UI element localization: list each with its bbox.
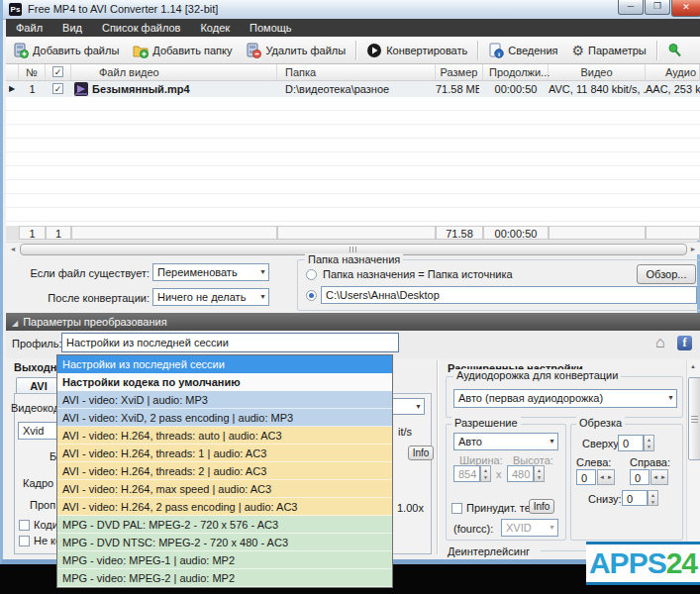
fourcc-checkbox[interactable] [451, 503, 462, 514]
dropdown-item[interactable]: AVI - video: XviD | audio: MP3 [57, 391, 392, 409]
column-audio[interactable]: Аудио [646, 64, 700, 80]
column-num[interactable]: № [19, 64, 46, 80]
advanced-panel-scrollbar[interactable]: ▲ [686, 360, 700, 554]
crop-top-input[interactable]: 0 [618, 435, 644, 451]
crop-left-input[interactable]: 0 [576, 469, 596, 485]
width-input[interactable]: 854 [453, 465, 480, 482]
info-button[interactable]: i Сведения [481, 40, 564, 61]
dropdown-item[interactable]: Настройки кодека по умолчанию [57, 373, 392, 391]
column-duration[interactable]: Продолжи... [483, 64, 549, 80]
if-exists-select[interactable]: Переименовать ▼ [152, 263, 269, 281]
no-encode-checkbox[interactable] [19, 536, 30, 546]
crop-top-label: Сверху: [582, 438, 622, 449]
close-icon: ✕ [682, 2, 690, 12]
dropdown-item[interactable]: AVI - video: H.264, threads: 1 | audio: … [57, 445, 392, 462]
total-folder-cell [277, 226, 436, 240]
step-right-icon: ► [659, 470, 667, 484]
conversion-params-title: Параметры преобразования [23, 316, 166, 328]
aspect-label: Проп [30, 499, 55, 511]
tab-avi[interactable]: AVI [16, 377, 61, 394]
if-exists-label: Если файл существует: [11, 267, 150, 279]
crop-bottom-input[interactable]: 0 [622, 490, 648, 506]
chevron-down-icon: ▼ [415, 399, 422, 415]
add-folder-button[interactable]: Добавить папку [126, 40, 239, 61]
fourcc-label: (fourcc): [453, 523, 493, 535]
row-checkbox[interactable]: ✓ [52, 83, 63, 94]
scroll-right-icon[interactable]: ► [687, 244, 699, 254]
crop-top-stepper[interactable]: ▲▼ [644, 435, 654, 451]
column-file[interactable]: Файл видео [71, 64, 277, 80]
menu-codec[interactable]: Кодек [190, 19, 240, 37]
remove-files-button[interactable]: Удалить файлы [239, 40, 352, 61]
height-stepper[interactable]: ▲▼ [534, 465, 545, 482]
audio-track-select[interactable]: Авто (первая аудиодорожка) ▼ [453, 389, 677, 408]
menu-file[interactable]: Файл [6, 19, 52, 37]
minimize-button[interactable]: ─ [618, 0, 644, 15]
crop-group-label: Обрезка [576, 417, 625, 429]
convert-icon [366, 43, 382, 58]
toolbar: Добавить файлы Добавить папку Удалить фа… [6, 37, 700, 64]
column-folder[interactable]: Папка [277, 64, 436, 80]
close-button[interactable]: ✕ [671, 0, 700, 17]
crop-right-input[interactable]: 0 [630, 469, 650, 485]
crop-bottom-stepper[interactable]: ▲▼ [648, 490, 658, 506]
menu-file-list[interactable]: Список файлов [92, 19, 190, 37]
column-size[interactable]: Размер [436, 64, 483, 80]
table-row[interactable]: ▶ 1 ✓ Безымянный.mp4 D:\видеотека\разное… [6, 81, 700, 97]
scroll-up-icon[interactable]: ▲ [690, 363, 696, 369]
facebook-icon[interactable]: f [677, 336, 692, 350]
apps24-watermark: APPS24 [586, 542, 700, 585]
height-input[interactable]: 480 [507, 465, 534, 482]
dropdown-item[interactable]: MPG - video: MPEG-1 | audio: MP2 [57, 551, 392, 569]
dropdown-item[interactable]: AVI - video: H.264, threads: auto | audi… [57, 427, 392, 445]
fourcc-info-button[interactable]: Info [529, 499, 554, 514]
dropdown-item[interactable]: AVI - video: H.264, threads: 2 | audio: … [57, 462, 392, 480]
two-pass-checkbox[interactable] [19, 520, 30, 531]
dropdown-item[interactable]: Настройки из последней сессии [57, 355, 392, 373]
bitrate-info-button[interactable]: Info [408, 446, 434, 460]
convert-button[interactable]: Конвертировать [359, 40, 474, 61]
dropdown-item[interactable]: AVI - video: H.264, 2 pass encoding | au… [57, 498, 392, 516]
dropdown-item[interactable]: AVI - video: H.264, max speed | audio: A… [57, 480, 392, 498]
fourcc-checkbox-label: Принудит. тег [466, 502, 535, 514]
dropdown-item[interactable]: MPG - DVD NTSC: MPEG-2 - 720 x 480 - AC3 [57, 534, 392, 551]
dest-custom-radio[interactable] [306, 290, 317, 301]
resolution-select[interactable]: Авто ▼ [453, 433, 558, 450]
width-stepper[interactable]: ▲▼ [480, 465, 491, 482]
crop-right-stepper[interactable]: ◄► [650, 469, 668, 485]
resolution-value: Авто [458, 436, 482, 447]
after-convert-select[interactable]: Ничего не делать ▼ [152, 288, 269, 306]
options-label: Параметры [588, 45, 647, 56]
remove-files-label: Удалить файлы [265, 45, 346, 56]
title-bar[interactable]: Ps Free MP4 to AVI Converter 1.14 [32-bi… [3, 0, 700, 20]
profile-select[interactable]: Настройки из последней сессии ▼ [61, 333, 399, 352]
pin-button[interactable] [660, 40, 689, 60]
fourcc-select[interactable]: XVID ▼ [501, 519, 558, 537]
browse-button[interactable]: Обзор... [637, 264, 696, 284]
current-row-marker-icon: ▶ [9, 81, 19, 97]
add-files-button[interactable]: Добавить файлы [6, 40, 126, 61]
options-button[interactable]: ⚙ Параметры [565, 41, 653, 60]
dest-path-input[interactable]: C:\Users\Анна\Desktop [321, 286, 697, 304]
file-table-empty-area[interactable] [6, 97, 700, 226]
crop-left-stepper[interactable]: ◄► [597, 469, 615, 485]
column-check[interactable]: ✓ [46, 64, 71, 80]
select-all-checkbox[interactable]: ✓ [52, 66, 63, 77]
dropdown-item[interactable]: MPG - video: MPEG-2 | audio: MP2 [57, 569, 392, 587]
dest-same-as-source-radio[interactable] [306, 269, 317, 280]
dropdown-item[interactable]: AVI - video: XviD, 2 pass encoding | aud… [57, 409, 392, 427]
menu-view[interactable]: Вид [52, 19, 92, 37]
profile-label: Профиль: [12, 338, 62, 349]
scroll-left-icon[interactable]: ◄ [7, 244, 19, 254]
maximize-icon: ❐ [653, 1, 661, 11]
maximize-button[interactable]: ❐ [645, 0, 670, 15]
menu-help[interactable]: Помощь [240, 19, 302, 37]
home-icon[interactable]: ⌂ [655, 335, 665, 350]
dest-same-as-source-label: Папка назначения = Папка источника [323, 268, 513, 280]
toolbar-separator [477, 41, 478, 60]
conversion-params-header[interactable]: ◢Параметры преобразования [6, 313, 700, 331]
column-video[interactable]: Видео [549, 64, 646, 80]
vertical-scrollbar-thumb[interactable] [688, 377, 700, 460]
dropdown-item[interactable]: MPG - DVD PAL: MPEG-2 - 720 x 576 - AC3 [57, 516, 392, 534]
add-folder-label: Добавить папку [152, 45, 232, 56]
